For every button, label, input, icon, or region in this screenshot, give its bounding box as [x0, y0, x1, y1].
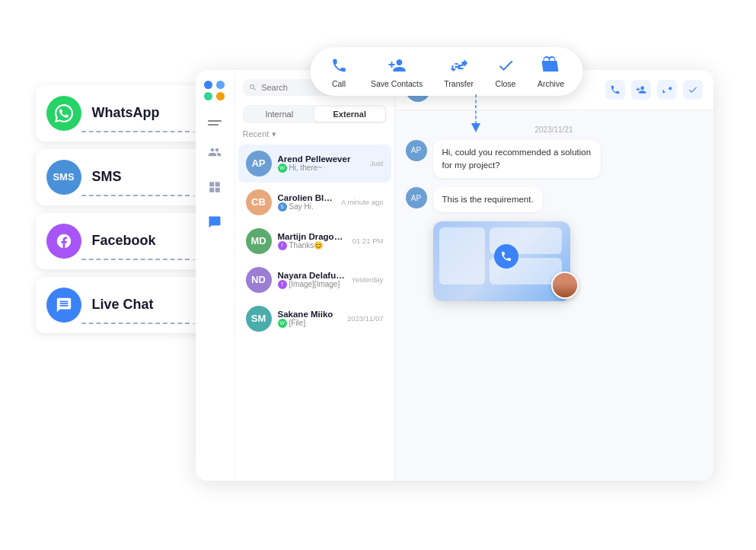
msg-avatar-2: AP: [406, 187, 427, 208]
contact-time-4: Yesterday: [352, 275, 384, 284]
sidebar-chat-icon[interactable]: [206, 214, 223, 230]
contact-list: AP Arend Pellewever W Hi, there~ Just CB…: [235, 144, 394, 481]
sms-card[interactable]: SMS SMS →: [36, 149, 211, 205]
app-panel: + Internal External Recent ▾ AP Arend Pe…: [196, 70, 713, 481]
contact-info-2: Carolien Bloeme S Say Hi.: [278, 193, 336, 211]
chat-transfer-button[interactable]: [657, 80, 677, 100]
menu-line-1: [208, 120, 222, 122]
contact-time-1: Just: [370, 159, 383, 167]
contact-name-1: Arend Pellewever: [278, 154, 365, 164]
badge-fb-3: f: [278, 241, 287, 250]
contact-time-2: A minute ago: [341, 198, 383, 206]
sms-icon: SMS: [46, 160, 81, 195]
chat-add-contact-button[interactable]: [631, 80, 651, 100]
contact-preview-5: W [File]: [278, 319, 341, 328]
toolbar-call[interactable]: Call: [328, 55, 349, 88]
contact-time-5: 2023/11/07: [347, 314, 384, 323]
contact-name-5: Sakane Miiko: [278, 310, 341, 319]
contact-info-5: Sakane Miiko W [File]: [278, 310, 341, 328]
chat-messages: 2023/11/21 AP Hi, could you recommended …: [395, 110, 713, 481]
app-logo: [204, 81, 225, 102]
contact-name-3: Martijn Dragonjer: [278, 232, 346, 241]
archive-icon: [541, 55, 562, 76]
contact-item-1[interactable]: AP Arend Pellewever W Hi, there~ Just: [238, 145, 391, 183]
contact-item-2[interactable]: CB Carolien Bloeme S Say Hi. A minute ag…: [238, 183, 391, 221]
chat-check-button[interactable]: [683, 80, 703, 100]
menu-line-2: [208, 124, 219, 126]
save-contacts-label: Save Contacts: [371, 79, 423, 88]
facebook-arrow: →: [81, 254, 200, 265]
contact-preview-4: f [Image][Image]: [278, 280, 346, 289]
chat-panel: AP Arend Pellewever: [395, 70, 713, 481]
contact-info-1: Arend Pellewever W Hi, there~: [278, 154, 365, 173]
thumb-panel-1: [439, 227, 485, 285]
toolbar-close[interactable]: Close: [495, 55, 516, 88]
sidebar-grid-icon[interactable]: [206, 179, 223, 196]
contact-item-4[interactable]: ND Nayara Delafuente f [Image][Image] Ye…: [238, 261, 391, 299]
contact-time-3: 01:21 PM: [352, 237, 384, 245]
badge-sms-2: S: [278, 202, 287, 211]
facebook-icon: [46, 224, 81, 259]
contact-item-3[interactable]: MD Martijn Dragonjer f Thanks😊 01:21 PM: [238, 222, 391, 260]
badge-whatsapp-1: W: [278, 164, 287, 173]
logo-dot-3: [204, 92, 212, 100]
contact-avatar-5: SM: [246, 306, 272, 332]
message-row-1: AP Hi, could you recommended a solution …: [406, 140, 703, 179]
archive-label: Archive: [537, 79, 564, 88]
contact-preview-3: f Thanks😊: [278, 241, 346, 250]
call-icon: [328, 55, 349, 76]
livechat-card[interactable]: Live Chat →: [36, 277, 211, 333]
call-label: Call: [332, 79, 346, 88]
contact-avatar-4: ND: [246, 267, 272, 293]
sms-arrow: →: [81, 190, 200, 201]
contact-avatar-2: CB: [246, 189, 272, 215]
whatsapp-icon: [46, 96, 81, 131]
contact-name-2: Carolien Bloeme: [278, 193, 336, 202]
screenshot-thumbnail: [433, 221, 574, 305]
recent-label: Recent ▾: [235, 129, 394, 144]
livechat-icon: [46, 288, 81, 323]
contact-avatar-3: MD: [246, 228, 272, 254]
tab-internal[interactable]: Internal: [244, 107, 315, 122]
facebook-card[interactable]: Facebook →: [36, 213, 211, 269]
sms-label: SMS: [92, 169, 122, 185]
chat-call-button[interactable]: [605, 80, 625, 100]
tab-external[interactable]: External: [314, 107, 385, 122]
logo-dot-4: [216, 92, 225, 100]
transfer-icon: [448, 55, 470, 76]
sms-arrow-line: [81, 195, 190, 196]
sidebar-contacts-icon[interactable]: [206, 144, 223, 161]
whatsapp-card[interactable]: WhatsApp →: [36, 85, 211, 141]
tab-bar: Internal External: [243, 105, 387, 123]
logo-dot-1: [204, 81, 212, 89]
close-icon: [495, 55, 516, 76]
toolbar-archive[interactable]: Archive: [537, 55, 564, 88]
scene: WhatsApp → SMS SMS →: [36, 40, 721, 511]
date-divider: 2023/11/21: [406, 126, 703, 134]
arrow-line: [81, 131, 190, 132]
toolbar-transfer[interactable]: Transfer: [444, 55, 474, 88]
hamburger-menu[interactable]: [208, 120, 222, 126]
save-contacts-icon: [386, 55, 407, 76]
message-bubble-1: Hi, could you recommended a solution for…: [433, 140, 601, 179]
livechat-arrow-line: [81, 323, 190, 324]
badge-whatsapp-5: W: [278, 319, 287, 328]
contact-info-3: Martijn Dragonjer f Thanks😊: [278, 232, 346, 250]
floating-toolbar: Call Save Contacts Transfer: [310, 47, 582, 96]
whatsapp-label: WhatsApp: [92, 105, 160, 121]
contact-item-5[interactable]: SM Sakane Miiko W [File] 2023/11/07: [238, 300, 391, 338]
transfer-label: Transfer: [444, 79, 474, 88]
contact-name-4: Nayara Delafuente: [278, 271, 346, 280]
badge-fb-4: f: [278, 280, 287, 289]
facebook-label: Facebook: [92, 233, 156, 249]
message-bubble-2: This is the requirement.: [433, 187, 543, 212]
channel-cards: WhatsApp → SMS SMS →: [36, 85, 211, 333]
chat-actions: [605, 80, 703, 100]
toolbar-arrow: [461, 94, 491, 132]
thumbnail-avatar: [551, 272, 579, 299]
msg-avatar-1: AP: [406, 140, 427, 161]
contact-preview-1: W Hi, there~: [278, 164, 365, 173]
toolbar-save-contacts[interactable]: Save Contacts: [371, 55, 423, 88]
thumbnail-bg: [433, 221, 570, 301]
message-row-2: AP This is the requirement.: [406, 187, 703, 212]
